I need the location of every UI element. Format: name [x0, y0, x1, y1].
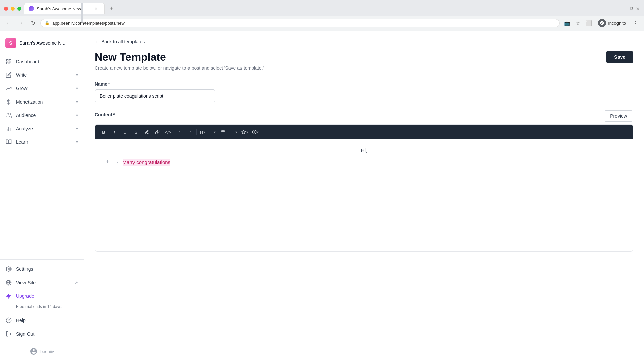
window-maximize-button[interactable] — [17, 7, 21, 11]
forward-button[interactable]: → — [16, 18, 25, 28]
link-button[interactable] — [153, 127, 162, 137]
incognito-label: Incognito — [608, 21, 626, 26]
sidebar-item-sign-out[interactable]: Sign Out — [0, 327, 84, 341]
refresh-button[interactable]: ↻ — [28, 18, 38, 28]
trial-notice: Free trial ends in 14 days. — [0, 303, 84, 314]
tab-close-button[interactable]: ✕ — [93, 6, 99, 12]
content-header: Content * Preview — [95, 110, 633, 122]
page-subtitle: Create a new template below, or navigate… — [95, 65, 264, 71]
sidebar-item-grow-label: Grow — [16, 86, 72, 91]
learn-icon — [5, 139, 12, 145]
save-button[interactable]: Save — [606, 51, 633, 63]
name-section: Name * — [95, 81, 633, 102]
sidebar-item-monetization[interactable]: Monetization ▾ — [0, 95, 84, 109]
content-section: Content * Preview B I U S — [95, 110, 633, 252]
sidebar-brand: S Sarah's Awesome N... — [0, 34, 84, 52]
highlight-button[interactable] — [142, 127, 151, 137]
svg-rect-3 — [6, 62, 8, 64]
superscript-button[interactable]: T1 — [174, 127, 183, 137]
browser-tab-active[interactable]: Sarah's Awesome Newsletter - b ✕ — [24, 3, 105, 14]
subscript-button[interactable]: T1 — [185, 127, 194, 137]
tab-favicon — [29, 6, 34, 11]
italic-button[interactable]: I — [110, 127, 119, 137]
bookmark-button[interactable]: ☆ — [573, 18, 583, 28]
external-link-icon: ↗ — [75, 280, 78, 285]
name-label: Name * — [95, 81, 633, 87]
sidebar-item-audience[interactable]: Audience ▾ — [0, 109, 84, 122]
drag-handle-icon[interactable]: ⋮⋮ — [111, 160, 120, 165]
sidebar-item-upgrade[interactable]: Upgrade — [0, 289, 84, 303]
settings-icon — [5, 266, 12, 273]
new-tab-button[interactable]: + — [107, 4, 116, 13]
view-site-icon — [5, 279, 12, 286]
sidebar-item-dashboard-label: Dashboard — [16, 59, 78, 64]
back-arrow-icon: ← — [95, 39, 99, 44]
url-text: app.beehiiv.com/templates/posts/new — [52, 21, 555, 26]
bold-button[interactable]: B — [99, 127, 108, 137]
heading-dropdown[interactable]: H ▾ — [199, 127, 206, 137]
beehiiv-logo-icon — [30, 347, 38, 355]
address-bar[interactable]: 🔒 app.beehiiv.com/templates/posts/new — [40, 19, 560, 27]
quote-button[interactable] — [218, 127, 228, 137]
sidebar-item-learn[interactable]: Learn ▾ — [0, 135, 84, 149]
sidebar-item-grow[interactable]: Grow ▾ — [0, 82, 84, 95]
main-content: ← Back to all templates New Template Cre… — [84, 31, 644, 362]
extensions-button[interactable]: ⬜ — [584, 18, 593, 28]
code-button[interactable]: </> — [163, 127, 173, 137]
audience-chevron-icon: ▾ — [76, 113, 78, 118]
name-input[interactable] — [95, 89, 215, 102]
window-controls — [4, 7, 21, 11]
page-title-section: New Template Create a new template below… — [95, 51, 264, 71]
page-header: New Template Create a new template below… — [95, 51, 633, 71]
sidebar-scrollbar[interactable] — [80, 31, 83, 362]
editor-line-hi: Hi, — [106, 147, 622, 153]
browser-chrome: Sarah's Awesome Newsletter - b ✕ + ─ ⧉ ✕… — [0, 0, 644, 31]
svg-rect-0 — [6, 59, 8, 61]
cast-button[interactable]: 📺 — [562, 18, 572, 28]
align-dropdown[interactable]: ▾ — [229, 127, 238, 137]
incognito-button[interactable]: Incognito — [595, 18, 629, 28]
window-restore-icon[interactable]: ⧉ — [630, 6, 633, 11]
editor-body[interactable]: Hi, + ⋮⋮ Many congratulations — [95, 139, 633, 247]
svg-point-9 — [8, 268, 10, 270]
back-button[interactable]: ← — [4, 18, 13, 28]
editor-selected-line[interactable]: + ⋮⋮ Many congratulations — [106, 159, 622, 166]
svg-rect-23 — [224, 130, 225, 132]
window-minimize-button[interactable] — [11, 7, 15, 11]
add-block-icon[interactable]: + — [106, 159, 109, 166]
svg-point-5 — [7, 113, 9, 115]
sidebar-item-upgrade-label: Upgrade — [16, 293, 78, 299]
beehiiv-label: beehiiv — [40, 349, 54, 354]
page-title: New Template — [95, 51, 264, 63]
sidebar-item-write[interactable]: Write ▾ — [0, 68, 84, 82]
help-icon — [5, 317, 12, 324]
preview-button[interactable]: Preview — [604, 110, 633, 122]
analyze-chevron-icon: ▾ — [76, 126, 78, 131]
sidebar-item-write-label: Write — [16, 72, 72, 78]
content-required-star: * — [113, 112, 115, 117]
color-dropdown[interactable]: ▾ — [240, 127, 249, 137]
sidebar-item-help-label: Help — [16, 318, 78, 323]
audience-icon — [5, 112, 12, 119]
brand-logo: S — [5, 38, 16, 48]
strikethrough-button[interactable]: S — [131, 127, 141, 137]
window-close-icon[interactable]: ✕ — [636, 6, 640, 11]
sidebar-item-view-site[interactable]: View Site ↗ — [0, 276, 84, 289]
sidebar-item-learn-label: Learn — [16, 139, 72, 145]
insert-dropdown[interactable]: ▾ — [251, 127, 260, 137]
sidebar-item-settings[interactable]: Settings — [0, 262, 84, 276]
window-close-button[interactable] — [4, 7, 8, 11]
underline-button[interactable]: U — [120, 127, 130, 137]
sidebar-item-help[interactable]: Help — [0, 314, 84, 327]
window-minimize-icon[interactable]: ─ — [624, 6, 627, 11]
back-link-text: Back to all templates — [101, 39, 145, 44]
editor-container: B I U S </> T1 T1 H ▾ — [95, 124, 633, 252]
sidebar-nav: Dashboard Write ▾ Grow ▾ — [0, 52, 84, 259]
menu-button[interactable]: ⋮ — [631, 18, 640, 28]
sidebar-item-analyze[interactable]: Analyze ▾ — [0, 122, 84, 135]
list-dropdown[interactable]: ▾ — [208, 127, 217, 137]
back-link[interactable]: ← Back to all templates — [95, 39, 633, 44]
sidebar-item-audience-label: Audience — [16, 113, 72, 118]
sidebar-item-dashboard[interactable]: Dashboard — [0, 55, 84, 68]
sidebar-item-monetization-label: Monetization — [16, 99, 72, 105]
